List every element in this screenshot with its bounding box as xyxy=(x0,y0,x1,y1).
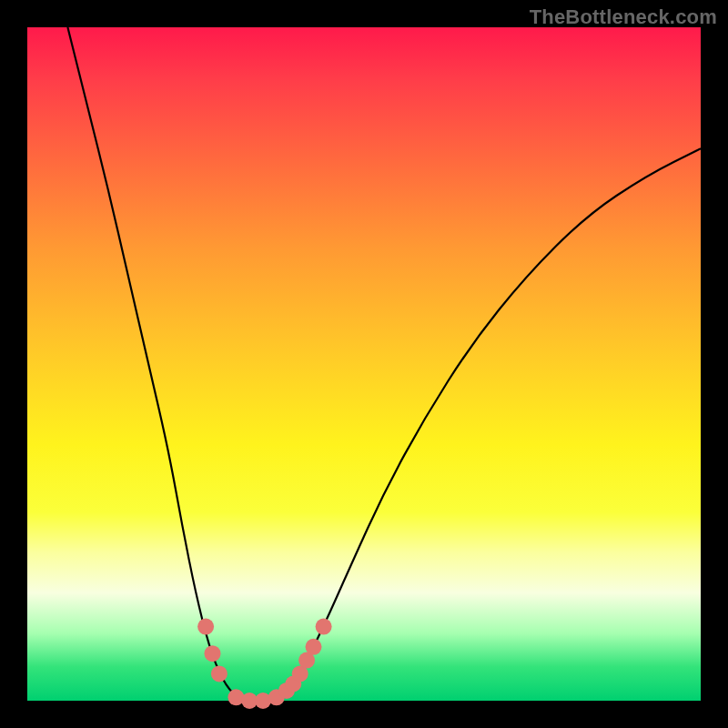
curve-marker xyxy=(306,639,322,655)
curve-marker xyxy=(211,665,228,682)
plot-area xyxy=(27,27,701,701)
bottleneck-curve xyxy=(67,27,701,701)
chart-frame: TheBottleneck.com xyxy=(0,0,728,728)
watermark-text: TheBottleneck.com xyxy=(530,5,717,29)
curve-marker xyxy=(205,645,221,662)
curve-markers xyxy=(197,619,332,709)
curve-marker xyxy=(197,619,214,635)
curve-marker xyxy=(316,619,332,635)
curve-svg xyxy=(27,27,701,701)
